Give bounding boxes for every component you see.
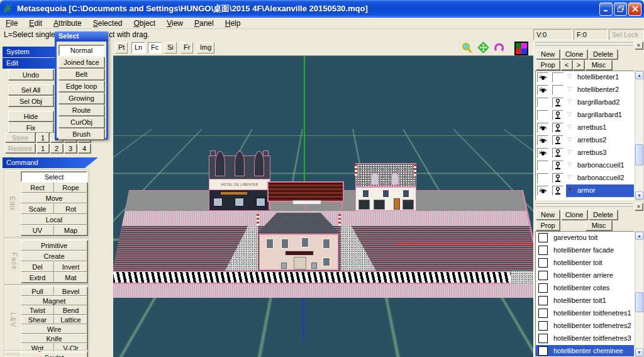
object-row[interactable]: ▽ arretbus1 (536, 122, 634, 134)
lock-toggle[interactable] (552, 148, 564, 158)
rotate-icon[interactable] (492, 42, 506, 54)
select-mode-button[interactable]: Brush (58, 128, 104, 140)
command-button-scale[interactable]: Scale (21, 203, 54, 214)
toggle-pt[interactable]: Pt (115, 42, 128, 54)
expand-toggle-icon[interactable]: ▽ (567, 136, 572, 142)
visibility-toggle[interactable] (537, 148, 548, 158)
command-button-move[interactable]: Move (21, 193, 87, 203)
object-name[interactable]: bargrillarbad2 (577, 98, 619, 106)
object-name[interactable]: hotellibenter1 (577, 73, 619, 81)
expand-toggle-icon[interactable]: ▽ (567, 73, 572, 79)
visibility-toggle[interactable] (537, 123, 548, 133)
material-name[interactable]: hotellibenter arriere (553, 271, 613, 279)
restore-slot-button[interactable]: 2 (50, 144, 63, 153)
material-clone-button[interactable]: Clone (561, 210, 587, 220)
select-popup-title[interactable]: Select (55, 31, 108, 42)
object-misc-button[interactable]: Misc (586, 60, 612, 70)
expand-toggle-icon[interactable]: ▽ (567, 123, 572, 130)
store-slot-button[interactable]: 1 (36, 133, 49, 142)
visibility-toggle[interactable] (537, 173, 548, 183)
command-button-pull[interactable]: Pull (21, 286, 54, 296)
lock-toggle[interactable] (552, 123, 564, 133)
object-row[interactable]: ▽ hotellibenter1 (536, 71, 634, 84)
restore-slot-button[interactable]: 1 (36, 144, 49, 153)
object-list-scrollbar[interactable]: ▲ ▼ (635, 71, 644, 200)
material-swatch[interactable] (538, 233, 548, 242)
object-prev-button[interactable]: < (561, 60, 572, 70)
menu-item[interactable]: Edit (23, 18, 48, 28)
command-button-rope[interactable]: Rope (54, 182, 87, 193)
lock-toggle[interactable] (552, 161, 564, 171)
material-prop-button[interactable]: Prop (536, 220, 560, 230)
material-swatch[interactable] (538, 271, 548, 280)
object-panel-grip[interactable] (535, 42, 633, 47)
command-button-bevel[interactable]: Bevel (54, 286, 87, 296)
edit-button[interactable]: Fix (8, 122, 53, 133)
select-mode-popup[interactable]: Select NormalJoined faceBeltEdge loopGro… (55, 31, 108, 140)
command-button-magnet[interactable]: Magnet (21, 296, 87, 305)
lock-toggle[interactable] (552, 85, 564, 95)
store-button[interactable]: Store (5, 133, 35, 142)
lock-toggle[interactable] (552, 72, 564, 82)
object-name[interactable]: arretbus1 (577, 123, 606, 131)
menu-item[interactable]: Help (219, 18, 247, 28)
expand-toggle-icon[interactable]: ▽ (567, 149, 572, 155)
material-row[interactable]: hotellibenter cotes (536, 282, 634, 295)
expand-toggle-icon[interactable]: ▽ (567, 98, 572, 105)
zoom-icon[interactable] (460, 42, 474, 54)
material-name[interactable]: hotellibenter toitfenetres1 (553, 309, 631, 317)
material-name[interactable]: hotellibenter toit (553, 259, 602, 266)
command-button-bend[interactable]: Bend (54, 305, 87, 315)
material-row[interactable]: hotellibenter toit1 (536, 295, 634, 307)
material-panel-close-button[interactable]: × (635, 203, 643, 210)
object-name[interactable]: barbonaccueil1 (577, 161, 625, 169)
red-awning-structure[interactable] (267, 179, 344, 211)
toggle-si[interactable]: Si (164, 42, 177, 54)
command-button-primitive[interactable]: Primitive (21, 240, 87, 251)
object-row[interactable]: ▽ barbonaccueil2 (536, 172, 634, 184)
menu-item[interactable]: Object (128, 18, 161, 28)
material-name[interactable]: hotellibenter facade (553, 246, 614, 254)
restore-slot-button[interactable]: 3 (64, 144, 77, 153)
pan-icon[interactable] (477, 42, 491, 54)
command-button-map[interactable]: Map (54, 225, 87, 235)
material-new-button[interactable]: New (536, 210, 560, 220)
expand-toggle-icon[interactable]: ▽ (567, 174, 572, 180)
menu-item[interactable]: View (161, 18, 189, 28)
material-row[interactable]: hotellibenter toitfenetres1 (536, 307, 634, 320)
object-row[interactable]: ▼ armor (536, 184, 634, 197)
command-button-invert[interactable]: Invert (54, 261, 87, 272)
material-panel-grip[interactable] (535, 203, 633, 208)
select-mode-button[interactable]: Normal (58, 45, 104, 56)
edit-button[interactable]: Sel Obj (8, 96, 53, 106)
toggle-ln[interactable]: Ln (131, 42, 145, 54)
command-button-rect[interactable]: Rect (21, 182, 54, 193)
object-name[interactable]: hotellibenter2 (577, 86, 619, 93)
material-name[interactable]: hotellibenter toitfenetres3 (553, 334, 631, 342)
select-mode-button[interactable]: Belt (58, 69, 104, 80)
visibility-toggle[interactable] (537, 72, 548, 82)
material-row[interactable]: hotellibenter toit (536, 257, 634, 269)
material-swatch[interactable] (538, 296, 548, 305)
material-swatch[interactable] (538, 309, 548, 318)
command-button-wire[interactable]: Wire (21, 324, 87, 334)
object-row[interactable]: ▽ hotellibenter2 (536, 84, 634, 96)
edit-button[interactable]: Hide (8, 111, 53, 122)
material-row[interactable]: hotellibenter toitfenetres2 (536, 320, 634, 332)
object-delete-button[interactable]: Delete (589, 49, 618, 59)
lock-toggle[interactable] (552, 110, 564, 120)
visibility-toggle[interactable] (537, 186, 548, 196)
material-swatch[interactable] (538, 246, 548, 255)
visibility-toggle[interactable] (537, 161, 548, 171)
3d-viewport[interactable]: HOTEL DE LIBENTER (113, 55, 533, 357)
lock-toggle[interactable] (552, 135, 564, 145)
expand-toggle-icon[interactable]: ▽ (567, 111, 572, 117)
lock-toggle[interactable] (552, 173, 564, 183)
object-panel-close-button[interactable]: × (635, 42, 643, 49)
material-swatch[interactable] (538, 334, 548, 343)
select-mode-button[interactable]: Joined face (58, 57, 104, 68)
townhouse-building[interactable] (355, 163, 416, 211)
material-name[interactable]: garevertou toit (553, 234, 597, 241)
material-swatch[interactable] (538, 321, 548, 331)
object-new-button[interactable]: New (536, 49, 560, 59)
